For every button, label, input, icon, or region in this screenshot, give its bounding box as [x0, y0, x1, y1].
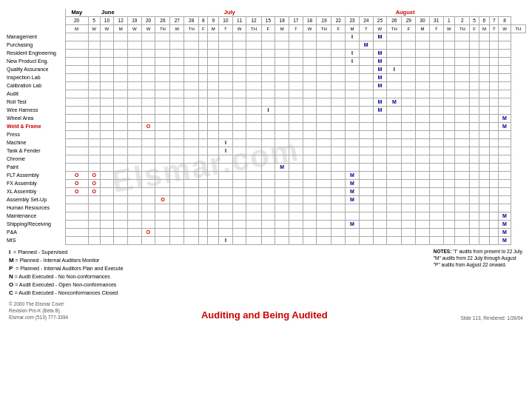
- data-cell: [317, 57, 331, 65]
- data-cell: [219, 195, 233, 204]
- data-cell: [490, 171, 499, 179]
- row-label: Wire Harness: [6, 106, 65, 114]
- schedule-container: May June July August 20 5 10 12 19 20 26…: [0, 9, 532, 245]
- data-cell: [100, 130, 114, 138]
- data-cell: [317, 163, 331, 171]
- data-cell: [303, 163, 317, 171]
- row-label: Assembly Set-Up: [6, 195, 65, 204]
- data-cell: [289, 106, 303, 114]
- data-cell: [470, 171, 479, 179]
- data-cell: [387, 187, 402, 195]
- data-cell: [246, 81, 261, 90]
- data-cell: [443, 90, 455, 98]
- data-cell: [127, 220, 141, 228]
- data-cell: [470, 106, 479, 114]
- data-cell: [114, 195, 128, 204]
- data-cell: [127, 147, 141, 155]
- table-row: Roll TestMM: [6, 98, 526, 106]
- data-cell: [141, 49, 155, 57]
- table-row: Inspection LabM: [6, 73, 526, 81]
- data-cell: [141, 212, 155, 220]
- data-cell: [289, 220, 303, 228]
- data-cell: [455, 81, 470, 90]
- data-cell: [275, 130, 289, 138]
- data-cell: [199, 204, 208, 212]
- data-cell: [65, 81, 88, 90]
- page-title: [0, 0, 532, 9]
- data-cell: [359, 171, 373, 179]
- data-cell: [470, 204, 479, 212]
- data-cell: [88, 122, 100, 130]
- data-cell: [100, 212, 114, 220]
- data-cell: [443, 228, 455, 236]
- data-cell: [455, 90, 470, 98]
- data-cell: [387, 114, 402, 122]
- data-cell: [490, 179, 499, 187]
- data-cell: [429, 212, 443, 220]
- data-cell: [470, 130, 479, 138]
- data-cell: [219, 57, 233, 65]
- data-cell: [246, 220, 261, 228]
- data-cell: [199, 130, 208, 138]
- table-row: Human Resources: [6, 204, 526, 212]
- data-cell: [155, 220, 170, 228]
- legend-area: I = Planned - Supervised M = Planned - I…: [0, 245, 532, 299]
- data-cell: [443, 130, 455, 138]
- data-cell: [232, 220, 246, 228]
- data-cell: [114, 65, 128, 73]
- data-cell: [429, 171, 443, 179]
- data-cell: [429, 179, 443, 187]
- contact: Elsmar.com (513) 777-3394: [9, 314, 68, 321]
- data-cell: [114, 220, 128, 228]
- data-cell: [65, 138, 88, 147]
- data-cell: [429, 73, 443, 81]
- data-cell: [373, 204, 387, 212]
- data-cell: [65, 73, 88, 81]
- data-cell: [246, 204, 261, 212]
- data-cell: [317, 130, 331, 138]
- data-cell: [114, 155, 128, 163]
- data-cell: [88, 130, 100, 138]
- data-cell: [127, 228, 141, 236]
- data-cell: [261, 65, 275, 73]
- data-cell: [359, 73, 373, 81]
- data-cell: [199, 171, 208, 179]
- schedule-table: May June July August 20 5 10 12 19 20 26…: [6, 9, 526, 245]
- row-label: FX Assembly: [6, 179, 65, 187]
- data-cell: [443, 106, 455, 114]
- data-cell: [155, 130, 170, 138]
- data-cell: [199, 228, 208, 236]
- data-cell: [387, 179, 402, 187]
- data-cell: [317, 155, 331, 163]
- data-cell: [443, 187, 455, 195]
- data-cell: [261, 220, 275, 228]
- row-label: Calibration Lab: [6, 81, 65, 90]
- data-cell: [114, 171, 128, 179]
- data-cell: [199, 155, 208, 163]
- data-cell: [490, 204, 499, 212]
- data-cell: [331, 228, 346, 236]
- data-cell: [100, 195, 114, 204]
- data-cell: [490, 33, 499, 41]
- data-cell: [317, 90, 331, 98]
- data-cell: [499, 98, 511, 106]
- data-cell: [184, 155, 199, 163]
- row-label: Chrome: [6, 155, 65, 163]
- data-cell: [490, 114, 499, 122]
- data-cell: [261, 41, 275, 49]
- table-row: FLT AssemblyOOM: [6, 171, 526, 179]
- data-cell: [219, 212, 233, 220]
- data-cell: [359, 106, 373, 114]
- data-cell: [261, 114, 275, 122]
- data-cell: [416, 73, 430, 81]
- data-cell: [331, 41, 346, 49]
- data-cell: [184, 130, 199, 138]
- data-cell: [429, 33, 443, 41]
- data-cell: [219, 171, 233, 179]
- data-cell: [232, 236, 246, 244]
- data-cell: [141, 98, 155, 106]
- data-cell: O: [155, 195, 170, 204]
- data-cell: [275, 147, 289, 155]
- data-cell: [346, 41, 360, 49]
- data-cell: O: [141, 228, 155, 236]
